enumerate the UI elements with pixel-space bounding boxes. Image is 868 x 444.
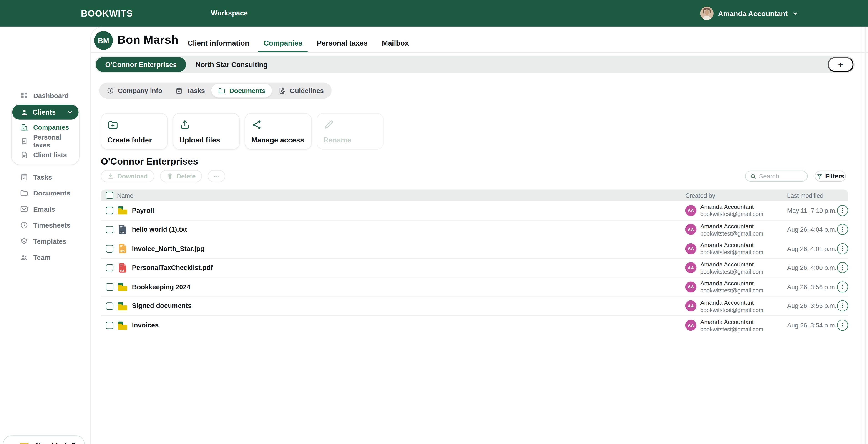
documents-table: Name Created by Last modified Payroll AA… bbox=[101, 189, 848, 335]
subtab-label: Tasks bbox=[186, 87, 205, 94]
sidebar-item-label: Clients bbox=[33, 108, 56, 116]
company-tab-o-connor-enterprises[interactable]: O'Connor Enterprises bbox=[96, 57, 186, 72]
file-name: PersonalTaxChecklist.pdf bbox=[132, 264, 213, 271]
subtab-documents[interactable]: Documents bbox=[212, 84, 272, 98]
subtab-company-info[interactable]: Company info bbox=[100, 84, 169, 98]
upload-files-card[interactable]: Upload files bbox=[173, 113, 240, 150]
calendar-check-icon bbox=[176, 87, 183, 94]
user-avatar bbox=[700, 7, 713, 20]
row-checkbox[interactable] bbox=[106, 302, 113, 310]
created-by-cell: AA Amanda Accountantbookwitstest@gmail.c… bbox=[685, 279, 764, 294]
search-input[interactable] bbox=[759, 173, 803, 180]
sidebar-item-emails[interactable]: Emails bbox=[11, 201, 83, 217]
user-menu[interactable]: Amanda Accountant bbox=[700, 6, 798, 21]
tab-personal-taxes[interactable]: Personal taxes bbox=[310, 34, 375, 52]
add-company-button[interactable]: + bbox=[828, 57, 854, 72]
workspace-nav[interactable]: Workspace bbox=[211, 9, 248, 17]
more-actions-button[interactable] bbox=[208, 170, 225, 182]
column-header-created-by: Created by bbox=[685, 192, 715, 199]
row-menu-button[interactable] bbox=[837, 262, 848, 273]
sidebar-item-dashboard[interactable]: Dashboard bbox=[11, 88, 80, 104]
content-edge-divider bbox=[861, 27, 861, 444]
created-by-cell: AA Amanda Accountantbookwitstest@gmail.c… bbox=[685, 222, 764, 237]
sidebar-item-label: Dashboard bbox=[33, 92, 69, 99]
download-button[interactable]: Download bbox=[101, 170, 154, 182]
scrollbar-track[interactable] bbox=[865, 27, 866, 444]
help-card[interactable]: Need help? Contact us → bbox=[3, 435, 85, 444]
created-by-cell: AA Amanda Accountantbookwitstest@gmail.c… bbox=[685, 298, 764, 314]
filters-button[interactable]: Filters bbox=[815, 171, 846, 182]
clock-icon bbox=[20, 221, 28, 229]
folder-icon bbox=[117, 282, 128, 292]
sidebar-item-label: Emails bbox=[33, 205, 55, 213]
table-row[interactable]: Payroll AA Amanda Accountantbookwitstest… bbox=[101, 201, 848, 220]
row-menu-button[interactable] bbox=[837, 205, 848, 216]
sidebar-item-label: Documents bbox=[33, 189, 70, 197]
creator-email: bookwitstest@gmail.com bbox=[700, 306, 764, 314]
creator-email: bookwitstest@gmail.com bbox=[700, 325, 764, 333]
row-checkbox[interactable] bbox=[106, 245, 113, 253]
delete-label: Delete bbox=[177, 173, 195, 180]
sidebar-item-tasks[interactable]: Tasks bbox=[11, 169, 83, 185]
chevron-down-icon bbox=[67, 109, 73, 115]
row-checkbox[interactable] bbox=[106, 264, 113, 271]
building-icon bbox=[21, 123, 28, 131]
sidebar-item-label: Tasks bbox=[33, 173, 52, 181]
creator-avatar: AA bbox=[685, 224, 696, 235]
trash-icon bbox=[167, 173, 173, 180]
sidebar-subitem-personal-taxes[interactable]: Personal taxes bbox=[11, 134, 79, 148]
table-row[interactable]: JPG Invoice_North_Star.jpg AA Amanda Acc… bbox=[101, 239, 848, 259]
create-folder-card[interactable]: Create folder bbox=[101, 113, 168, 150]
tab-mailbox[interactable]: Mailbox bbox=[375, 34, 416, 52]
creator-email: bookwitstest@gmail.com bbox=[700, 268, 764, 275]
row-checkbox[interactable] bbox=[106, 322, 113, 329]
rename-card[interactable]: Rename bbox=[316, 113, 384, 150]
subtab-guidelines[interactable]: Guidelines bbox=[272, 84, 330, 98]
row-menu-button[interactable] bbox=[837, 300, 848, 312]
row-menu-button[interactable] bbox=[837, 281, 848, 292]
sidebar-subitem-companies[interactable]: Companies bbox=[11, 120, 79, 134]
tab-companies[interactable]: Companies bbox=[256, 34, 310, 52]
creator-name: Amanda Accountant bbox=[700, 298, 764, 306]
company-tab-north-star-consulting[interactable]: North Star Consulting bbox=[186, 57, 277, 72]
file-name: Bookkeeping 2024 bbox=[132, 283, 191, 291]
delete-button[interactable]: Delete bbox=[160, 170, 202, 182]
table-row[interactable]: Bookkeeping 2024 AA Amanda Accountantboo… bbox=[101, 278, 848, 297]
row-menu-button[interactable] bbox=[837, 224, 848, 235]
column-header-last-modified: Last modified bbox=[787, 192, 824, 199]
creator-avatar: AA bbox=[685, 320, 696, 331]
row-checkbox[interactable] bbox=[106, 283, 113, 291]
sidebar-item-clients[interactable]: Clients bbox=[12, 105, 79, 120]
sidebar-subitem-client-lists[interactable]: Client lists bbox=[11, 148, 79, 162]
folder-icon bbox=[20, 189, 28, 197]
creator-email: bookwitstest@gmail.com bbox=[700, 287, 764, 294]
help-title: Need help? bbox=[35, 442, 76, 444]
row-checkbox[interactable] bbox=[106, 207, 113, 214]
row-menu-button[interactable] bbox=[837, 243, 848, 254]
sidebar-item-timesheets[interactable]: Timesheets bbox=[11, 217, 83, 233]
action-card-label: Create folder bbox=[107, 136, 152, 144]
row-checkbox[interactable] bbox=[106, 226, 113, 233]
receipt-icon bbox=[21, 137, 28, 145]
sidebar-item-documents[interactable]: Documents bbox=[11, 185, 83, 201]
sidebar: Dashboard Clients CompaniesPersonal taxe… bbox=[0, 27, 90, 444]
sidebar-item-templates[interactable]: Templates bbox=[11, 233, 83, 249]
users-icon bbox=[20, 253, 28, 262]
subtab-tasks[interactable]: Tasks bbox=[169, 84, 212, 98]
chevron-down-icon bbox=[792, 10, 798, 17]
topbar: BOOKWITS Workspace Amanda Accountant bbox=[0, 0, 868, 27]
table-row[interactable]: Invoices AA Amanda Accountantbookwitstes… bbox=[101, 316, 848, 335]
tab-client-information[interactable]: Client information bbox=[181, 34, 256, 52]
sidebar-item-team[interactable]: Team bbox=[11, 249, 83, 265]
row-menu-button[interactable] bbox=[837, 320, 848, 331]
app-logo: BOOKWITS bbox=[81, 8, 133, 19]
search-icon bbox=[750, 173, 756, 179]
creator-name: Amanda Accountant bbox=[700, 222, 764, 230]
table-row[interactable]: PDF PersonalTaxChecklist.pdf AA Amanda A… bbox=[101, 259, 848, 278]
last-modified: Aug 26, 4:01 p.m. bbox=[787, 245, 837, 252]
table-row[interactable]: TXT hello world (1).txt AA Amanda Accoun… bbox=[101, 220, 848, 239]
table-row[interactable]: Signed documents AA Amanda Accountantboo… bbox=[101, 297, 848, 316]
manage-access-card[interactable]: Manage access bbox=[245, 113, 312, 150]
svg-text:TXT: TXT bbox=[120, 231, 124, 234]
select-all-checkbox[interactable] bbox=[106, 191, 113, 199]
